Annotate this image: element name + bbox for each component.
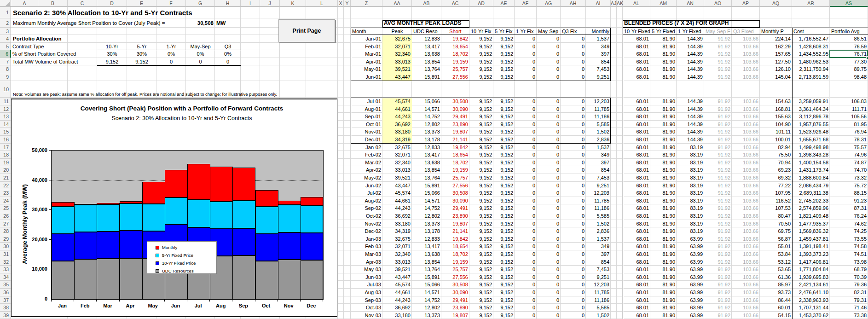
cell-AG24[interactable]: 0 — [537, 197, 561, 205]
cell-AS35[interactable]: 79.36 — [830, 281, 868, 289]
cell-AF38[interactable]: 0 — [515, 304, 537, 312]
cell-AR24[interactable]: 2,745,202.33 — [792, 197, 830, 205]
cell-AO38[interactable]: 91.92 — [704, 304, 732, 312]
cell-AA26[interactable]: 36,692 — [382, 212, 412, 220]
cell-AR25[interactable]: 2,574,859.96 — [792, 204, 830, 212]
cell-AC30[interactable]: 18,654 — [441, 243, 469, 250]
column-header-AG[interactable]: AG — [537, 0, 561, 7]
cell-AI28[interactable]: 2,836 — [586, 227, 611, 235]
cell-AH29[interactable]: 0 — [561, 235, 586, 243]
cell-AR20[interactable]: 1,431,173.74 — [792, 166, 830, 174]
cell-AL36[interactable]: 68.01 — [623, 289, 650, 296]
cell-AB18[interactable]: 13,417 — [412, 151, 441, 159]
cell-AO33[interactable]: 91.92 — [704, 266, 732, 273]
cell-AC19[interactable]: 18,702 — [441, 159, 469, 167]
cell-AG23[interactable]: 0 — [537, 189, 561, 197]
cell-AS33[interactable]: 68.79 — [830, 266, 868, 273]
cell-AR19[interactable]: 1,400,154.58 — [792, 159, 830, 167]
cell-AB38[interactable]: 12,802 — [412, 304, 441, 312]
cell-AL15[interactable]: 68.01 — [623, 128, 650, 136]
cell-AR28[interactable]: 1,569,836.32 — [792, 227, 830, 235]
cell-AF21[interactable]: 0 — [515, 174, 537, 182]
cell-AP16[interactable]: 103.66 — [732, 136, 760, 144]
cell-AS11[interactable]: 106.83 — [830, 98, 868, 105]
cell-AF17[interactable]: 0 — [515, 144, 537, 151]
cell-AN31[interactable]: 63.99 — [677, 250, 704, 258]
row-header-30[interactable]: 30 — [0, 243, 11, 250]
cell-AP37[interactable]: 103.66 — [732, 296, 760, 304]
max-short-position-unit[interactable]: MW — [216, 18, 226, 28]
cell-AN33[interactable]: 63.99 — [677, 266, 704, 273]
row-header-23[interactable]: 23 — [0, 189, 11, 197]
row-header-17[interactable]: 17 — [0, 144, 11, 151]
cell-AL6[interactable]: 68.01 — [623, 50, 650, 58]
cell-AS36[interactable]: 82.31 — [830, 289, 868, 296]
cell-AO14[interactable]: 91.92 — [704, 121, 732, 128]
cell-A5[interactable]: Contract Type — [11, 43, 85, 51]
cell-AB31[interactable]: 13,638 — [412, 250, 441, 258]
row-header-20[interactable]: 20 — [0, 166, 11, 174]
cell-AC21[interactable]: 25,757 — [441, 174, 469, 182]
cell-AL9[interactable]: 68.01 — [623, 73, 650, 81]
cell-AM19[interactable]: 81.90 — [650, 159, 677, 167]
cell-AH21[interactable]: 0 — [561, 174, 586, 182]
cell-AD28[interactable]: 9,152 — [469, 227, 493, 235]
cell-AO3[interactable]: May-Sep F — [704, 28, 732, 35]
cell-AD26[interactable]: 9,152 — [469, 212, 493, 220]
cell-Z30[interactable]: Feb-03 — [351, 243, 382, 250]
cell-AL4[interactable]: 68.01 — [623, 35, 650, 43]
row-header-4[interactable]: 4 — [0, 35, 11, 43]
cell-AO35[interactable]: 91.92 — [704, 281, 732, 289]
cell-AA18[interactable]: 32,071 — [382, 151, 412, 159]
cell-AS32[interactable]: 73.98 — [830, 258, 868, 266]
cell-AM37[interactable]: 81.90 — [650, 296, 677, 304]
row-header-38[interactable]: 38 — [0, 304, 11, 312]
cell-AC29[interactable]: 19,842 — [441, 235, 469, 243]
cell-AD37[interactable]: 9,152 — [469, 296, 493, 304]
cell-AA21[interactable]: 39,521 — [382, 174, 412, 182]
cell-AI17[interactable]: 1,537 — [586, 144, 611, 151]
cell-AF30[interactable]: 0 — [515, 243, 537, 250]
cell-AE33[interactable]: 9,152 — [493, 266, 515, 273]
cell-AF39[interactable]: 0 — [515, 312, 537, 319]
row-header-7[interactable]: 7 — [0, 58, 11, 66]
cell-AF28[interactable]: 0 — [515, 227, 537, 235]
row-header-3[interactable]: 3 — [0, 28, 11, 35]
cell-AR32[interactable]: 1,417,406.81 — [792, 258, 830, 266]
cell-AR38[interactable]: 1,707,131.44 — [792, 304, 830, 312]
cell-AQ25[interactable]: 107.53 — [760, 204, 792, 212]
cell-AA35[interactable]: 45,574 — [382, 281, 412, 289]
cell-AQ34[interactable]: 61.36 — [760, 273, 792, 281]
cell-AL27[interactable]: 68.01 — [623, 220, 650, 228]
cell-AN24[interactable]: 83.19 — [677, 197, 704, 205]
cell-AH20[interactable]: 0 — [561, 166, 586, 174]
cell-AF36[interactable]: 0 — [515, 289, 537, 296]
cell-Z35[interactable]: Jul-03 — [351, 281, 382, 289]
row-header-31[interactable]: 31 — [0, 250, 11, 258]
cell-AQ11[interactable]: 154.63 — [760, 98, 792, 105]
cell-AD30[interactable]: 9,152 — [469, 243, 493, 250]
cell-AR34[interactable]: 1,939,695.83 — [792, 273, 830, 281]
cell-AO21[interactable]: 91.92 — [704, 174, 732, 182]
cell-AN17[interactable]: 83.19 — [677, 144, 704, 151]
cell-AC27[interactable]: 19,807 — [441, 220, 469, 228]
cell-AM25[interactable]: 81.90 — [650, 204, 677, 212]
cell-AG27[interactable]: 0 — [537, 220, 561, 228]
cell-AP33[interactable]: 103.66 — [732, 266, 760, 273]
cell-AB32[interactable]: 13,854 — [412, 258, 441, 266]
cell-AA25[interactable]: 44,243 — [382, 204, 412, 212]
cell-AM4[interactable]: 81.90 — [650, 35, 677, 43]
cell-Z17[interactable]: Jan-02 — [351, 144, 382, 151]
cell-AR11[interactable]: 3,259,059.91 — [792, 98, 830, 105]
cell-AO8[interactable]: 91.92 — [704, 65, 732, 73]
cell-AL26[interactable]: 68.01 — [623, 212, 650, 220]
cell-AQ27[interactable]: 70.50 — [760, 220, 792, 228]
cell-Z19[interactable]: Mar-02 — [351, 159, 382, 167]
cell-AB36[interactable]: 14,571 — [412, 289, 441, 296]
cell-AO32[interactable]: 91.92 — [704, 258, 732, 266]
cell-AG30[interactable]: 0 — [537, 243, 561, 250]
cell-AO24[interactable]: 91.92 — [704, 197, 732, 205]
cell-AH28[interactable]: 0 — [561, 227, 586, 235]
cell-AO19[interactable]: 91.92 — [704, 159, 732, 167]
cell-AM23[interactable]: 81.90 — [650, 189, 677, 197]
